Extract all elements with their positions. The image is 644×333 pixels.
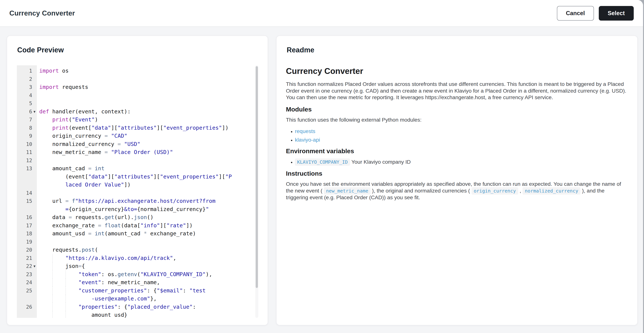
fold-arrow-icon[interactable]: ▾ [32,108,37,116]
code-line-text [37,238,255,246]
code-line: 8 print(event["data"]["attributes"]["eve… [17,124,255,132]
readme-heading: Environment variables [286,147,627,155]
fold-spacer [32,75,37,83]
code-line: 20 requests.post( [17,246,255,254]
paragraph-text: ), the original and normalized currencie… [370,188,472,194]
fold-spacer [32,67,37,75]
code-line-text: amount_usd = int(amount_cad * exchange_r… [37,229,255,238]
fold-spacer [32,270,37,278]
module-link[interactable]: requests [295,128,315,134]
list-item: klaviyo-api [295,136,627,143]
fold-spacer [32,311,37,318]
header-actions: Cancel Select [557,6,634,21]
code-line: 6▾def handler(event, context): [17,108,255,116]
fold-spacer [32,229,37,238]
code-line: laced Order Value"]) [17,181,255,189]
line-number: 9 [17,132,32,140]
readme-title: Readme [287,46,314,54]
code-line-text: "properties": {"placed_order_value": [37,303,255,311]
line-number: 26 [17,303,32,311]
code-line-text: laced Order Value"]) [37,181,255,189]
fold-spacer [32,132,37,140]
readme-content: Currency ConverterThis function normaliz… [286,64,627,205]
line-number: 23 [17,270,32,278]
code-preview-panel: Code Preview 1import os23import requests… [7,36,268,325]
select-button[interactable]: Select [599,6,634,21]
code-line-text: -user@example.com"}, [37,295,255,303]
paragraph-text: This function uses the following externa… [286,117,422,123]
code-line: 1import os [17,67,255,75]
scrollbar-thumb[interactable] [256,66,258,288]
line-number: 25 [17,287,32,295]
code-line: amount_usd} [17,311,255,318]
fold-spacer [32,83,37,91]
line-number: 5 [17,99,32,108]
code-line: 21 "https://a.klaviyo.com/api/track", [17,254,255,262]
module-link[interactable]: klaviyo-api [295,137,320,143]
code-line-text: import os [37,67,255,75]
code-line: 15 url = f"https://api.exchangerate.host… [17,197,255,205]
readme-heading: Instructions [286,169,627,177]
code-line: 17 exchange_rate = float(data["info"]["r… [17,221,255,230]
code-line-text: print(event["data"]["attributes"]["event… [37,124,255,132]
line-number [17,295,32,303]
code-line-text: "event": new_metric_name, [37,278,255,287]
code-line: 22▾ json={ [17,262,255,270]
fold-arrow-icon[interactable]: ▾ [32,262,37,270]
line-number: 21 [17,254,32,262]
inline-code: normalized_currency [522,187,580,195]
code-line: 4 [17,91,255,100]
list-item: KLAVIYO_COMPANY_ID Your Klaviyo company … [295,158,627,166]
line-number [17,181,32,189]
code-rows: 1import os23import requests456▾def handl… [17,67,255,318]
code-editor[interactable]: 1import os23import requests456▾def handl… [17,65,258,318]
line-number: 1 [17,67,32,75]
code-line-text: def handler(event, context): [37,108,255,116]
readme-heading: Currency Converter [286,66,627,76]
line-number: 10 [17,140,32,148]
code-line-text: exchange_rate = float(data["info"]["rate… [37,221,255,230]
code-line: (event["data"]["attributes"]["event_prop… [17,173,255,181]
code-line: 2 [17,75,255,83]
code-line-text: new_metric_name = "Place Order (USD)" [37,148,255,156]
fold-spacer [32,91,37,100]
code-line-text [37,91,255,100]
editor-scrollbar[interactable] [255,65,258,318]
line-number [17,311,32,318]
code-line: 16 data = requests.get(url).json() [17,213,255,221]
line-number: 7 [17,116,32,124]
fold-spacer [32,221,37,230]
list-item: requests [295,128,627,135]
code-line-text: "https://a.klaviyo.com/api/track", [37,254,255,262]
line-number: 6 [17,108,32,116]
cancel-button[interactable]: Cancel [557,6,594,21]
code-line-text [37,189,255,197]
code-line-text: import requests [37,83,255,91]
code-line-text: normalized_currency = "USD" [37,140,255,148]
fold-spacer [32,156,37,165]
fold-spacer [32,116,37,124]
code-line: 7 print("Event") [17,116,255,124]
line-number: 18 [17,229,32,238]
code-line-text: "customer_properties": {"$email": "test [37,287,255,295]
code-line: 14 [17,189,255,197]
inline-code: KLAVIYO_COMPANY_ID [295,158,350,166]
inline-code: new_metric_name [324,187,370,195]
code-line-text: data = requests.get(url).json() [37,213,255,221]
readme-list: KLAVIYO_COMPANY_ID Your Klaviyo company … [286,158,627,166]
fold-spacer [32,140,37,148]
code-line: 3import requests [17,83,255,91]
fold-spacer [32,246,37,254]
code-line-text [37,75,255,83]
fold-spacer [32,148,37,156]
code-line: 26 "properties": {"placed_order_value": [17,303,255,311]
fold-spacer [32,99,37,108]
code-line: ={origin_currency}&to={normalized_curren… [17,205,255,213]
fold-spacer [32,295,37,303]
line-number: 13 [17,164,32,173]
code-line-text: "token": os.getenv("KLAVIYO_COMPANY_ID")… [37,270,255,278]
code-line-text [37,156,255,165]
code-line: 11 new_metric_name = "Place Order (USD)" [17,148,255,156]
code-line: 23 "token": os.getenv("KLAVIYO_COMPANY_I… [17,270,255,278]
fold-spacer [32,278,37,287]
